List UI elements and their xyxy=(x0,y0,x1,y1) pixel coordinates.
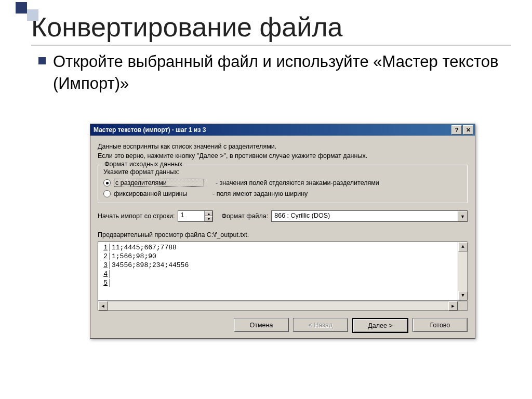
group-legend: Формат исходных данных xyxy=(102,161,184,168)
back-button: < Назад xyxy=(293,318,348,332)
radio-delimited-desc: - значения полей отделяются знаками-разд… xyxy=(216,179,379,187)
radio-fixed-width[interactable] xyxy=(103,190,111,197)
cancel-button[interactable]: Отмена xyxy=(234,318,289,332)
help-button[interactable]: ? xyxy=(451,125,462,135)
spinner-up-icon[interactable]: ▲ xyxy=(205,211,212,216)
preview-row: 5 xyxy=(98,278,458,287)
preview-box: 111;4445;667;7788 21;566;98;90 334556;89… xyxy=(98,242,468,301)
preview-horizontal-scrollbar[interactable]: ◄ ► xyxy=(98,301,468,311)
scroll-left-icon[interactable]: ◄ xyxy=(98,301,108,311)
dialog-titlebar[interactable]: Мастер текстов (импорт) - шаг 1 из 3 ? ✕ xyxy=(90,124,475,136)
finish-button[interactable]: Готово xyxy=(413,318,468,332)
scroll-corner xyxy=(458,301,467,310)
text-import-wizard-dialog: Мастер текстов (импорт) - шаг 1 из 3 ? ✕… xyxy=(90,124,475,339)
close-button[interactable]: ✕ xyxy=(463,125,473,135)
file-format-value: 866 : Cyrillic (DOS) xyxy=(272,211,458,221)
preview-row: 334556;898;234;44556 xyxy=(98,261,458,270)
start-row-value[interactable]: 1 xyxy=(178,211,204,221)
start-row-input[interactable]: 1 ▲ ▼ xyxy=(178,210,213,222)
preview-label: Предварительный просмотр файла C:\f_outp… xyxy=(98,231,468,238)
spinner-down-icon[interactable]: ▼ xyxy=(205,216,212,221)
bullet-icon xyxy=(38,57,46,64)
radio-fixed-width-label[interactable]: фиксированной ширины xyxy=(114,190,201,197)
group-prompt: Укажите формат данных: xyxy=(103,168,462,176)
slide-bullet-text: Откройте выбранный файл и используйте «М… xyxy=(53,51,511,95)
preview-row: 111;4445;667;7788 xyxy=(98,243,458,252)
file-format-label: Формат файла: xyxy=(221,212,268,220)
preview-row: 4 xyxy=(98,270,458,278)
start-row-spinner[interactable]: ▲ ▼ xyxy=(204,211,212,221)
info-line-1: Данные восприняты как список значений с … xyxy=(98,143,468,150)
slide-title: Конвертирование файла xyxy=(31,11,511,46)
scroll-up-icon[interactable]: ▲ xyxy=(458,242,468,251)
source-data-format-group: Формат исходных данных Укажите формат да… xyxy=(98,165,468,203)
preview-vertical-scrollbar[interactable]: ▲ ▼ xyxy=(458,242,467,300)
scroll-down-icon[interactable]: ▼ xyxy=(458,291,468,300)
combo-arrow-icon[interactable]: ▼ xyxy=(458,211,467,221)
radio-fixed-width-desc: - поля имеют заданную ширину xyxy=(212,190,308,197)
preview-content: 111;4445;667;7788 21;566;98;90 334556;89… xyxy=(98,242,458,300)
info-line-2: Если это верно, нажмите кнопку "Далее >"… xyxy=(98,152,468,159)
dialog-title: Мастер текстов (импорт) - шаг 1 из 3 xyxy=(94,126,206,134)
next-button[interactable]: Далее > xyxy=(352,318,408,333)
radio-delimited[interactable] xyxy=(103,179,111,187)
start-row-label: Начать импорт со строки: xyxy=(98,212,175,220)
file-format-combo[interactable]: 866 : Cyrillic (DOS) ▼ xyxy=(271,210,468,222)
scroll-right-icon[interactable]: ► xyxy=(448,301,458,311)
preview-row: 21;566;98;90 xyxy=(98,252,458,261)
radio-delimited-label[interactable]: с разделителями xyxy=(114,179,204,187)
